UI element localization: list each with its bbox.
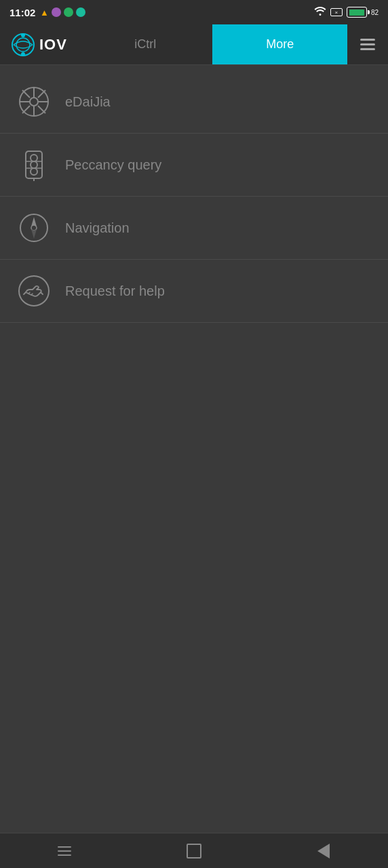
menu-item-request-help[interactable]: Request for help [0,260,388,323]
menu-label-peccancy: Peccancy query [65,157,161,173]
nav-tabs: iCtrl More [78,24,347,64]
purple-dot-icon [52,7,61,17]
nav-bar: IOV iCtrl More [0,24,388,65]
tab-more-label: More [266,37,294,52]
nav-menu-button[interactable] [347,24,388,64]
menu-item-peccancy[interactable]: Peccancy query [0,134,388,197]
svg-point-2 [21,33,25,37]
bottom-menu-icon [58,846,71,856]
compass-icon [16,210,52,245]
battery-fill [349,9,364,16]
battery-x-icon [330,8,343,16]
status-bar-left: 11:02 ▲ [9,7,85,18]
menu-item-navigation[interactable]: Navigation [0,197,388,260]
green-dot-icon [64,7,73,17]
handshake-icon [16,273,52,309]
svg-marker-24 [31,229,37,239]
svg-point-5 [30,98,38,106]
bottom-back-icon [317,844,330,859]
svg-line-11 [38,106,45,113]
battery-tip [368,10,370,14]
bottom-home-icon [187,844,201,859]
svg-line-12 [38,90,45,98]
bottom-nav [0,833,388,868]
menu-label-edaijia: eDaiJia [65,94,111,110]
svg-line-13 [22,106,30,113]
tab-ictrl[interactable]: iCtrl [78,24,213,64]
tab-more[interactable]: More [212,24,347,64]
bottom-home-button[interactable] [130,833,259,868]
logo-text: IOV [39,36,67,54]
status-icons: ▲ [39,7,85,17]
bottom-menu-button[interactable] [0,833,130,868]
status-time: 11:02 [9,7,35,18]
status-bar: 11:02 ▲ 82 [0,0,388,24]
status-bar-right: 82 [314,6,379,18]
menu-item-edaijia[interactable]: eDaiJia [0,71,388,134]
svg-point-15 [31,155,37,161]
battery-level: 82 [371,9,379,16]
svg-point-25 [19,276,49,306]
teal-dot-icon [76,7,85,17]
svg-point-16 [31,161,37,168]
battery-container: 82 [347,7,379,18]
nav-logo: IOV [0,33,78,57]
svg-point-17 [31,168,37,175]
menu-list: eDaiJia Peccancy query Na [0,65,388,833]
tab-ictrl-label: iCtrl [134,37,156,52]
svg-marker-23 [31,217,37,226]
hamburger-icon [360,39,375,50]
alert-icon: ▲ [39,7,49,17]
wifi-icon [314,6,326,18]
bottom-back-button[interactable] [258,833,388,868]
svg-point-3 [21,52,25,56]
menu-label-request-help: Request for help [65,283,165,299]
menu-label-navigation: Navigation [65,220,130,236]
traffic-light-icon [16,147,52,182]
svg-line-10 [22,90,30,98]
steering-wheel-icon [16,84,52,119]
svg-point-1 [16,38,30,52]
iov-logo-icon [11,33,35,57]
